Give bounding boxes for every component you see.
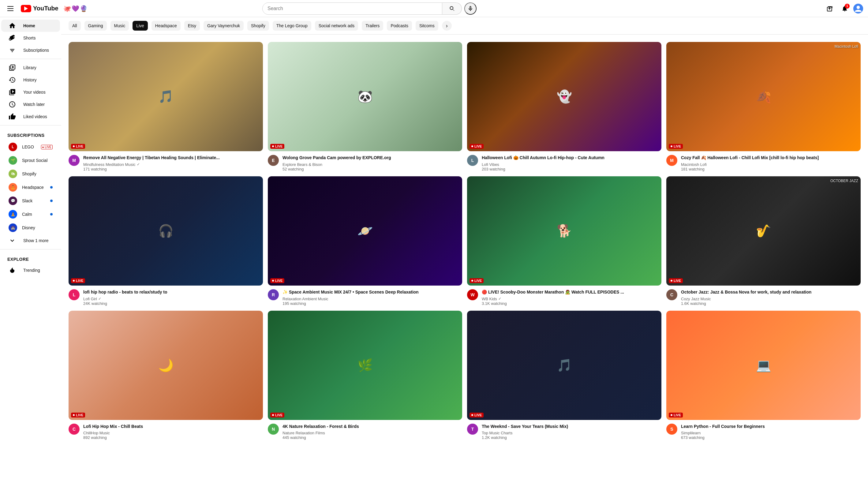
video-info: C October Jazz: Jazz & Bossa Nova for wo…: [666, 285, 861, 306]
lego-label: LEGO: [22, 145, 36, 149]
explore-section-title: EXPLORE: [0, 252, 61, 264]
filter-shopify[interactable]: Shopify: [247, 21, 269, 31]
video-card-0[interactable]: 🎵 LIVE M Remove All Negative Energy | Ti…: [68, 42, 263, 172]
video-info: S Learn Python - Full Course for Beginne…: [666, 420, 861, 440]
header-right: 1: [824, 2, 863, 15]
slack-badge: [50, 200, 53, 202]
channel-name: Macintosh Lofi: [681, 162, 861, 167]
video-card-10[interactable]: 🎵 LIVE T The Weeknd - Save Your Tears (M…: [467, 311, 661, 440]
notification-badge: 1: [845, 4, 850, 8]
hamburger-menu[interactable]: [5, 4, 16, 13]
live-badge: LIVE: [669, 278, 683, 283]
channel-avatar: C: [68, 424, 80, 435]
filter-live[interactable]: Live: [132, 21, 148, 31]
video-thumbnail: 🌙 LIVE: [68, 311, 263, 420]
video-title: Learn Python - Full Course for Beginners: [681, 424, 861, 430]
channel-name: Top Music Charts: [482, 431, 661, 435]
create-button[interactable]: [824, 2, 836, 15]
video-card-4[interactable]: 🎧 LIVE L lofi hip hop radio - beats to r…: [68, 176, 263, 306]
sidebar-item-slack[interactable]: 💬 Slack: [1, 194, 60, 208]
sidebar-item-sprout-social[interactable]: 🌱 Sprout Social: [1, 154, 60, 167]
channel-name: WB Kids ✓: [482, 297, 661, 301]
live-badge: LIVE: [71, 144, 85, 149]
video-card-3[interactable]: 🍂 Macintosh Lofi LIVE M Cozy Fall 🍂 Hall…: [666, 42, 861, 172]
sidebar-item-shopify[interactable]: 🛍 Shopify: [1, 167, 60, 181]
thumb-emoji: 🌙: [68, 311, 263, 420]
video-card-8[interactable]: 🌙 LIVE C Lofi Hip Hop Mix - Chill Beats …: [68, 311, 263, 440]
video-thumbnail: 🎧 LIVE: [68, 176, 263, 285]
notifications-button[interactable]: 1: [839, 2, 851, 15]
verified-icon: ✓: [137, 162, 140, 167]
avatar[interactable]: [853, 4, 863, 13]
video-title: Remove All Negative Energy | Tibetan Hea…: [83, 155, 263, 161]
filter-podcasts[interactable]: Podcasts: [387, 21, 412, 31]
sidebar-item-lego[interactable]: L LEGO ● LIVE: [1, 140, 60, 154]
sidebar-item-headspace[interactable]: 🧘 Headspace: [1, 181, 60, 194]
video-card-2[interactable]: 👻 LIVE L Halloween Lofi 🎃 Chill Autumn L…: [467, 42, 661, 172]
video-card-11[interactable]: 💻 LIVE S Learn Python - Full Course for …: [666, 311, 861, 440]
sidebar-item-calm[interactable]: 🧘 Calm: [1, 208, 60, 221]
video-card-9[interactable]: 🌿 LIVE N 4K Nature Relaxation - Forest &…: [268, 311, 462, 440]
filter-trailers[interactable]: Trailers: [362, 21, 383, 31]
sidebar-item-watch-later[interactable]: Watch later: [1, 98, 60, 111]
video-grid: 🎵 LIVE M Remove All Negative Energy | Ti…: [61, 35, 868, 447]
youtube-logo[interactable]: YouTube: [21, 5, 58, 12]
filter-social-network-ads[interactable]: Social network ads: [315, 21, 359, 31]
live-badge: LIVE: [270, 144, 284, 149]
sidebar-item-subscriptions[interactable]: Subscriptions: [1, 44, 60, 56]
filter-headspace[interactable]: Headspace: [152, 21, 181, 31]
sidebar-item-history[interactable]: History: [1, 74, 60, 86]
sidebar-item-liked-videos[interactable]: Liked videos: [1, 111, 60, 123]
thumb-emoji: 🍂: [666, 42, 861, 151]
search-input[interactable]: [268, 6, 437, 11]
video-thumbnail: 🎵 LIVE: [68, 42, 263, 151]
video-info: M Remove All Negative Energy | Tibetan H…: [68, 151, 263, 172]
watch-count: 171 watching: [83, 167, 263, 172]
filter-gary[interactable]: Gary Vaynerchuk: [204, 21, 244, 31]
sidebar: Home Shorts Subscriptions Library Histor…: [0, 17, 61, 447]
sidebar-item-disney[interactable]: 🏰 Disney: [1, 221, 60, 235]
slack-label: Slack: [22, 198, 45, 203]
filter-all[interactable]: All: [68, 21, 81, 31]
video-title: The Weeknd - Save Your Tears (Music Mix): [482, 424, 661, 430]
channel-avatar: E: [268, 155, 279, 166]
watch-count: 445 watching: [282, 435, 462, 440]
filter-etsy[interactable]: Etsy: [184, 21, 200, 31]
sidebar-show-more[interactable]: Show 1 more: [1, 235, 60, 247]
video-card-1[interactable]: 🐼 LIVE E Wolong Grove Panda Cam powered …: [268, 42, 462, 172]
live-badge: LIVE: [669, 413, 683, 418]
search-bar: [262, 2, 442, 15]
video-card-6[interactable]: 🐕 LIVE W 🔴 LIVE! Scooby-Doo Monster Mara…: [467, 176, 661, 306]
shorts-label: Shorts: [23, 35, 35, 40]
video-info: N 4K Nature Relaxation - Forest & Birds …: [268, 420, 462, 440]
search-icon: [449, 5, 455, 12]
search-button[interactable]: [442, 2, 462, 15]
header-left: YouTube 🐙💜🔮: [5, 4, 88, 13]
sidebar-item-your-videos[interactable]: Your videos: [1, 86, 60, 98]
video-title: October Jazz: Jazz & Bossa Nova for work…: [681, 289, 861, 295]
sidebar-item-library[interactable]: Library: [1, 62, 60, 74]
watch-later-icon: [8, 101, 16, 108]
video-meta: Halloween Lofi 🎃 Chill Autumn Lo-fi Hip-…: [482, 155, 661, 172]
mic-button[interactable]: [464, 2, 476, 15]
video-meta: 4K Nature Relaxation - Forest & Birds Na…: [282, 424, 462, 440]
calm-badge: [50, 213, 53, 215]
video-thumbnail: 🎵 LIVE: [467, 311, 661, 420]
filter-lego-group[interactable]: The Lego Group: [273, 21, 311, 31]
video-title: Wolong Grove Panda Cam powered by EXPLOR…: [282, 155, 462, 161]
filter-gaming[interactable]: Gaming: [85, 21, 107, 31]
video-info: C Lofi Hip Hop Mix - Chill Beats ChillHo…: [68, 420, 263, 440]
filter-next-button[interactable]: ›: [442, 21, 452, 31]
video-card-7[interactable]: 🎷 OCTOBER JAZZ LIVE C October Jazz: Jazz…: [666, 176, 861, 306]
sidebar-item-shorts[interactable]: Shorts: [1, 32, 60, 44]
header-decorations: 🐙💜🔮: [63, 5, 88, 12]
sidebar-item-trending[interactable]: Trending: [1, 264, 60, 276]
thumb-emoji: 🎵: [467, 311, 661, 420]
video-card-5[interactable]: 🪐 LIVE R ✨ Space Ambient Music MIX 24/7 …: [268, 176, 462, 306]
filter-music[interactable]: Music: [111, 21, 129, 31]
channel-name: ChillHop Music: [83, 431, 263, 435]
sprout-social-label: Sprout Social: [22, 158, 53, 163]
subscriptions-label: Subscriptions: [23, 48, 49, 53]
filter-sitcoms[interactable]: Sitcoms: [416, 21, 438, 31]
sidebar-item-home[interactable]: Home: [1, 20, 60, 32]
